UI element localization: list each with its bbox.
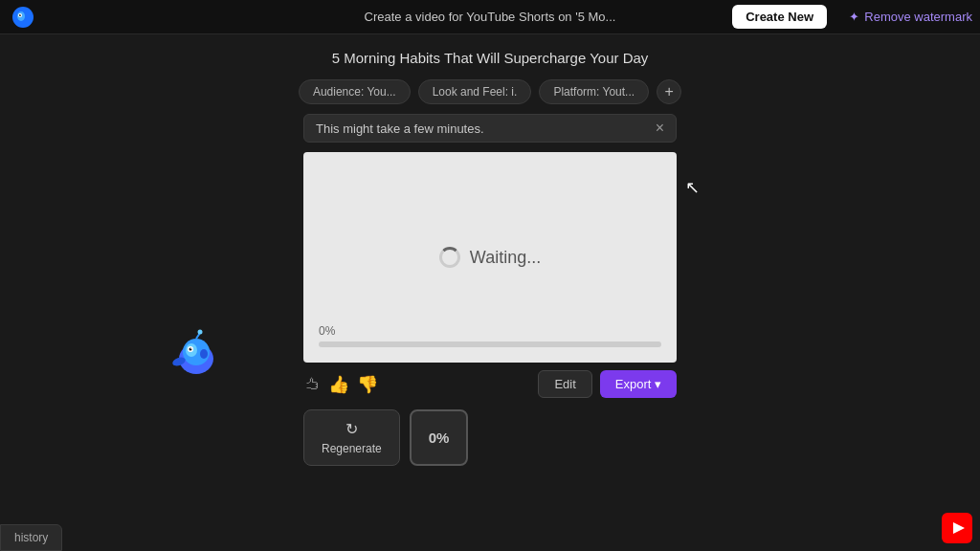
- dislike-icon: 👎: [357, 375, 378, 394]
- spinner-waiting: Waiting...: [439, 247, 541, 268]
- waiting-label: Waiting...: [470, 248, 541, 268]
- app-logo: [11, 6, 34, 29]
- notice-bar: This might take a few minutes. ×: [303, 114, 677, 143]
- refresh-icon: ↻: [345, 420, 358, 438]
- like-outline-button[interactable]: 🖒: [303, 374, 321, 394]
- regenerate-button[interactable]: ↻ Regenerate: [303, 409, 400, 466]
- tabs-row: Audience: You... Look and Feel: i. Platf…: [299, 79, 681, 104]
- tab-look-feel[interactable]: Look and Feel: i.: [418, 79, 532, 104]
- regenerate-label: Regenerate: [322, 442, 382, 455]
- mascot: [167, 325, 225, 383]
- bottom-row: ↻ Regenerate 0%: [303, 409, 677, 466]
- wand-icon: ✦: [849, 10, 859, 24]
- add-tab-button[interactable]: +: [657, 79, 681, 104]
- main-content: 5 Morning Habits That Will Supercharge Y…: [0, 34, 980, 466]
- notice-text: This might take a few minutes.: [316, 121, 484, 136]
- variant-button[interactable]: 0%: [410, 409, 469, 466]
- tab-audience[interactable]: Audience: You...: [299, 79, 411, 104]
- progress-percent: 0%: [319, 324, 661, 338]
- progress-bar-background: [319, 342, 661, 347]
- svg-point-11: [200, 349, 208, 359]
- youtube-logo: [942, 513, 972, 543]
- header-title: Create a video for YouTube Shorts on '5 …: [365, 10, 616, 24]
- svg-point-13: [198, 330, 203, 335]
- edit-export-row: Edit Export ▾: [538, 370, 677, 398]
- dislike-button[interactable]: 👎: [357, 374, 378, 395]
- history-button[interactable]: history: [0, 524, 62, 551]
- like-filled-icon: 👍: [328, 375, 349, 394]
- action-row: 🖒 👍 👎 Edit Export ▾: [303, 370, 677, 398]
- create-new-button[interactable]: Create New: [732, 5, 827, 29]
- video-preview: Waiting... 0%: [303, 152, 677, 363]
- tab-platform[interactable]: Platform: Yout...: [539, 79, 649, 104]
- progress-section: 0%: [319, 324, 661, 347]
- page-title: 5 Morning Habits That Will Supercharge Y…: [332, 50, 649, 66]
- waiting-indicator: Waiting...: [439, 247, 541, 268]
- feedback-row: 🖒 👍 👎: [303, 374, 378, 395]
- remove-watermark-button[interactable]: ✦ Remove watermark: [849, 10, 972, 24]
- like-filled-button[interactable]: 👍: [328, 374, 349, 395]
- like-outline-icon: 🖒: [303, 374, 321, 393]
- loading-spinner: [439, 247, 460, 268]
- svg-point-10: [190, 348, 191, 349]
- edit-button[interactable]: Edit: [538, 370, 591, 398]
- header-bar: Create a video for YouTube Shorts on '5 …: [0, 0, 980, 34]
- notice-close-button[interactable]: ×: [656, 121, 664, 136]
- export-button[interactable]: Export ▾: [600, 370, 677, 398]
- svg-point-4: [20, 14, 21, 15]
